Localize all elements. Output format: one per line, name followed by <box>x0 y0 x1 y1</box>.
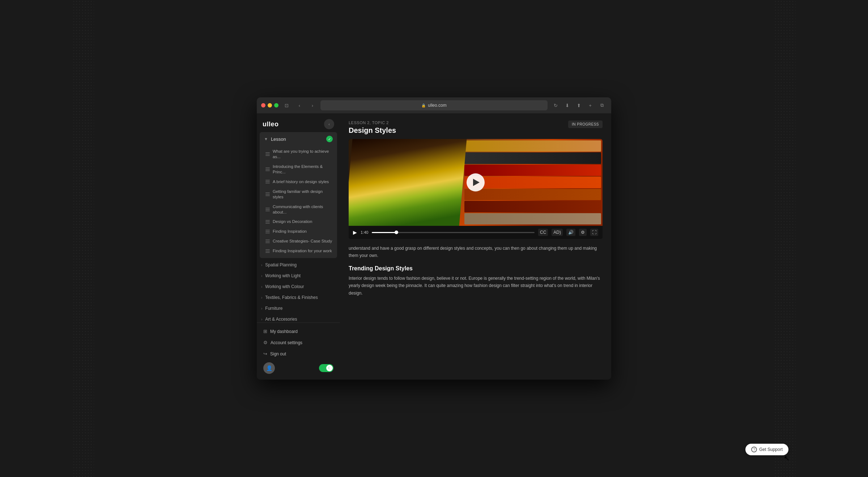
content-body: understand and have a good grasp on diff… <box>349 245 603 259</box>
browser-chrome: ⊡ ‹ › 🔒 ulleo.com ↻ ⬇ ⬆ + ⧉ <box>257 97 611 113</box>
lesson-header[interactable]: ▼ Lesson ✓ <box>260 132 337 146</box>
svg-rect-24 <box>265 249 270 250</box>
settings-button[interactable]: ⚙ <box>579 229 587 236</box>
back-button[interactable]: ‹ <box>294 100 305 110</box>
lesson-item[interactable]: Creative Strategies- Case Study <box>260 236 337 246</box>
furniture-section[interactable]: › Furniture <box>257 303 340 314</box>
menu-icon <box>265 168 270 171</box>
svg-rect-1 <box>265 154 270 155</box>
sidebar-toggle-icon[interactable]: ⊡ <box>281 100 292 110</box>
lesson-item[interactable]: Getting familiar with design styles <box>260 187 337 202</box>
browser-window: ⊡ ‹ › 🔒 ulleo.com ↻ ⬇ ⬆ + ⧉ ulleo ‹ <box>257 97 611 380</box>
menu-icon <box>265 193 270 196</box>
lesson-label: LESSON 2, TOPIC 2 <box>349 121 396 125</box>
dashboard-label: My dashboard <box>270 329 298 334</box>
lesson-items-list: What are you trying to achieve as... Int… <box>260 146 337 258</box>
account-settings-label: Account settings <box>271 340 302 345</box>
play-pause-button[interactable]: ▶ <box>353 229 357 235</box>
expand-label: Furniture <box>265 306 282 311</box>
get-support-button[interactable]: ? Get Support <box>745 444 788 455</box>
main-content: LESSON 2, TOPIC 2 Design Styles IN PROGR… <box>340 113 611 380</box>
cursor: ↖ <box>784 454 790 463</box>
lesson-item[interactable]: A brief history on design styles <box>260 177 337 187</box>
avatar: 👤 <box>263 362 275 374</box>
fabric-left-panel <box>349 139 467 226</box>
lesson-item[interactable]: Finding Inspiration for your work <box>260 246 337 256</box>
textiles-section[interactable]: › Textiles, Fabrics & Finishes <box>257 292 340 303</box>
video-thumbnail[interactable] <box>349 139 603 226</box>
sign-out-icon: ↪ <box>263 351 267 356</box>
share-button[interactable]: ⬆ <box>574 100 584 110</box>
account-settings-nav-item[interactable]: ⚙ Account settings <box>260 337 337 348</box>
dashboard-nav-item[interactable]: ⊞ My dashboard <box>260 326 337 337</box>
menu-icon <box>265 249 270 253</box>
svg-rect-17 <box>265 223 270 224</box>
svg-rect-6 <box>265 180 270 181</box>
item-label: A brief history on design styles <box>273 179 329 185</box>
svg-rect-26 <box>265 252 270 253</box>
svg-rect-11 <box>265 195 270 196</box>
working-with-light-section[interactable]: › Working with Light <box>257 270 340 281</box>
maximize-button[interactable] <box>274 103 278 107</box>
lesson-item[interactable]: Finding Inspiration <box>260 227 337 236</box>
tabs-button[interactable]: ⧉ <box>597 100 607 110</box>
item-label: Creative Strategies- Case Study <box>273 238 332 244</box>
in-progress-badge: IN PROGRESS <box>568 121 603 128</box>
progress-fill <box>372 232 396 233</box>
trending-body: Interior design tends to follow fashion … <box>349 275 603 297</box>
download-button[interactable]: ⬇ <box>562 100 572 110</box>
dots-decoration-right <box>774 0 796 477</box>
lesson-item[interactable]: What are you trying to achieve as... <box>260 147 337 162</box>
sign-out-nav-item[interactable]: ↪ Sign out <box>260 348 337 359</box>
menu-icon <box>265 208 270 211</box>
traffic-lights <box>261 103 278 107</box>
progress-dot <box>395 231 398 234</box>
lesson-item[interactable]: Communicating with clients about... <box>260 202 337 217</box>
time-display: 1:40 <box>361 230 368 235</box>
new-tab-button[interactable]: + <box>585 100 595 110</box>
reload-button[interactable]: ↻ <box>550 100 561 110</box>
art-accessories-section[interactable]: › Art & Accesories <box>257 314 340 322</box>
expand-label: Working with Light <box>265 273 301 278</box>
address-bar[interactable]: 🔒 ulleo.com <box>320 100 548 110</box>
video-progress-bar[interactable] <box>372 232 535 233</box>
lesson-section: ▼ Lesson ✓ What are you trying to achiev… <box>260 132 337 258</box>
sidebar-scrollable: ▼ Lesson ✓ What are you trying to achiev… <box>257 132 340 322</box>
chevron-right-icon: › <box>261 296 262 300</box>
svg-rect-19 <box>265 231 270 232</box>
working-with-colour-section[interactable]: › Working with Colour <box>257 281 340 292</box>
fullscreen-button[interactable]: ⛶ <box>590 229 598 236</box>
spatial-planning-section[interactable]: › Spatial Planning <box>257 259 340 270</box>
svg-rect-15 <box>265 220 270 221</box>
menu-icon <box>265 152 270 156</box>
item-label: Getting familiar with design styles <box>273 189 333 200</box>
ad-button[interactable]: AD) <box>552 229 563 236</box>
menu-icon <box>265 220 270 224</box>
cc-button[interactable]: CC <box>538 229 548 236</box>
browser-body: ulleo ‹ ▼ Lesson ✓ <box>257 113 611 380</box>
expand-label: Textiles, Fabrics & Finishes <box>265 295 318 300</box>
svg-rect-16 <box>265 221 270 222</box>
menu-icon <box>265 240 270 243</box>
play-button[interactable] <box>467 173 485 191</box>
svg-rect-18 <box>265 230 270 231</box>
item-label: Finding Inspiration for your work <box>273 248 332 254</box>
svg-rect-21 <box>265 240 270 240</box>
lesson-chevron-icon: ▼ <box>264 137 268 141</box>
theme-toggle[interactable]: ☾ <box>319 364 333 372</box>
dots-decoration-left <box>72 0 94 477</box>
item-label: Introducing the Elements & Princ... <box>273 164 333 175</box>
svg-rect-20 <box>265 233 270 233</box>
settings-icon: ⚙ <box>263 340 268 345</box>
minimize-button[interactable] <box>268 103 272 107</box>
svg-rect-22 <box>265 241 270 242</box>
lesson-item[interactable]: Introducing the Elements & Princ... <box>260 162 337 177</box>
svg-rect-13 <box>265 209 270 210</box>
lesson-item[interactable]: Design vs Decoration <box>260 217 337 227</box>
menu-icon <box>265 230 270 233</box>
svg-rect-14 <box>265 211 270 211</box>
sidebar-collapse-button[interactable]: ‹ <box>324 119 334 129</box>
close-button[interactable] <box>261 103 265 107</box>
forward-button[interactable]: › <box>307 100 318 110</box>
volume-button[interactable]: 🔊 <box>566 229 575 236</box>
